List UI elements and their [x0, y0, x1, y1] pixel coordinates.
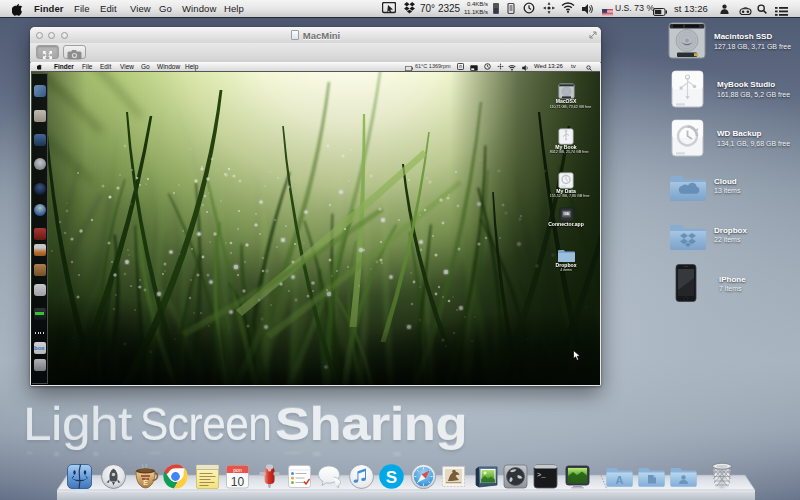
svg-text:n: n: [459, 64, 462, 69]
svg-text:S: S: [386, 468, 397, 487]
svg-text:10: 10: [231, 475, 245, 489]
svg-text:É: É: [143, 478, 148, 486]
svg-text:>_: >_: [537, 471, 546, 479]
svg-text:SA: SA: [564, 212, 569, 216]
svg-text:pon: pon: [233, 467, 242, 473]
svg-text:A: A: [616, 474, 624, 486]
